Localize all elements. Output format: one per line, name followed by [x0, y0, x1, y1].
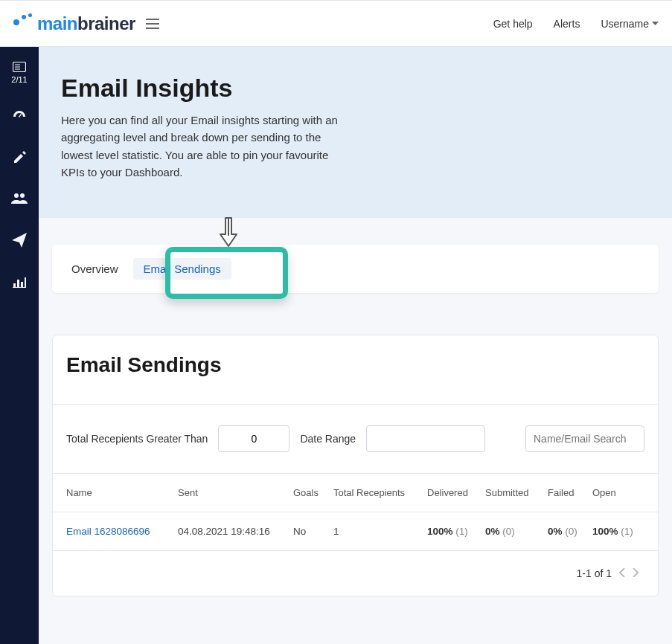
- table-row: Email 1628086696 04.08.2021 19:48:16 No …: [53, 512, 658, 551]
- th-open[interactable]: Open: [592, 487, 644, 498]
- username-dropdown[interactable]: Username: [601, 18, 659, 30]
- chart-icon[interactable]: [13, 276, 26, 291]
- svg-point-4: [14, 193, 19, 198]
- users-icon[interactable]: [11, 193, 28, 207]
- logo-text: mainbrainer: [37, 13, 135, 34]
- send-icon[interactable]: [12, 233, 27, 251]
- row-failed: 0% (0): [548, 526, 592, 537]
- date-range-input[interactable]: [366, 425, 485, 452]
- onboarding-step[interactable]: 2/11: [11, 62, 27, 84]
- dashboard-icon[interactable]: [12, 109, 27, 126]
- page-title: Email Insights: [61, 74, 672, 103]
- hero-section: Email Insights Here you can find all you…: [39, 47, 672, 218]
- next-page-icon[interactable]: [633, 567, 639, 579]
- row-goals: No: [293, 526, 333, 537]
- row-open: 100% (1): [592, 526, 644, 537]
- alerts-link[interactable]: Alerts: [554, 18, 580, 30]
- table-header: Name Sent Goals Total Recepients Deliver…: [53, 474, 658, 512]
- tab-email-sendings[interactable]: Email Sendings: [133, 258, 231, 280]
- filters-row: Total Recepients Greater Than Date Range: [53, 404, 658, 474]
- left-sidebar: 2/11: [0, 47, 39, 644]
- th-goals[interactable]: Goals: [293, 487, 333, 498]
- total-recipients-input[interactable]: [218, 425, 289, 452]
- th-sent[interactable]: Sent: [178, 487, 293, 498]
- date-range-label: Date Range: [300, 433, 356, 445]
- th-name[interactable]: Name: [66, 487, 178, 498]
- pagination-label: 1-1 of 1: [577, 567, 612, 579]
- tabs-card: Overview Email Sendings: [52, 245, 659, 293]
- pagination: 1-1 of 1: [53, 551, 658, 596]
- tab-overview[interactable]: Overview: [61, 258, 129, 280]
- th-submitted[interactable]: Submitted: [485, 487, 548, 498]
- row-delivered: 100% (1): [427, 526, 485, 537]
- th-delivered[interactable]: Delivered: [427, 487, 485, 498]
- row-sent: 04.08.2021 19:48:16: [178, 526, 293, 537]
- th-failed[interactable]: Failed: [548, 487, 592, 498]
- card-icon: [13, 62, 26, 72]
- th-total[interactable]: Total Recepients: [333, 487, 427, 498]
- step-counter: 2/11: [11, 75, 27, 84]
- sendings-table: Name Sent Goals Total Recepients Deliver…: [53, 474, 658, 551]
- row-name-link[interactable]: Email 1628086696: [66, 526, 178, 537]
- row-submitted: 0% (0): [485, 526, 548, 537]
- top-header: mainbrainer Get help Alerts Username: [0, 0, 672, 47]
- search-input[interactable]: [525, 425, 644, 452]
- menu-toggle-icon[interactable]: [146, 19, 159, 29]
- row-total: 1: [333, 526, 427, 537]
- logo[interactable]: mainbrainer: [13, 13, 135, 34]
- svg-point-5: [20, 193, 25, 198]
- email-sendings-card: Email Sendings Total Recepients Greater …: [52, 335, 659, 596]
- total-recipients-label: Total Recepients Greater Than: [66, 433, 208, 445]
- edit-icon[interactable]: [13, 151, 26, 167]
- page-description: Here you can find all your Email insight…: [61, 112, 344, 181]
- chevron-down-icon: [652, 22, 659, 26]
- prev-page-icon[interactable]: [619, 567, 625, 579]
- username-label: Username: [601, 18, 649, 30]
- get-help-link[interactable]: Get help: [493, 18, 533, 30]
- logo-dots-icon: [13, 13, 34, 34]
- main-content: Email Insights Here you can find all you…: [39, 47, 672, 644]
- section-title: Email Sendings: [53, 335, 658, 404]
